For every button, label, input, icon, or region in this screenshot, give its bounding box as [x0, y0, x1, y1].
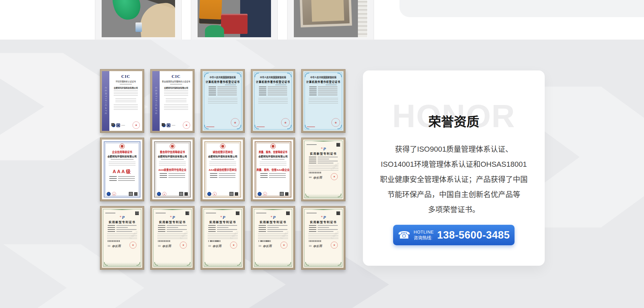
- certificate-contract-trustworthy[interactable]: 重合同守信用等级证书 合肥珂玛环保科技有限公司 AAA级重合同守信用企业 ★: [150, 138, 195, 201]
- certificate-utility-patent[interactable]: ✳P 实用新型专利证书 CNIPA 申长雨 ★: [201, 206, 245, 270]
- red-seal-icon: ★: [280, 242, 287, 249]
- field-row: [259, 95, 287, 95]
- certificate-utility-patent[interactable]: ✳P 实用新型专利证书 CNIPA 申长雨 ★: [301, 206, 345, 270]
- certificate-paper: ✳P 实用新型专利证书 CNIPA 申长雨 ★: [303, 140, 343, 199]
- pit-floor: [311, 0, 344, 22]
- honor-section: CERTIFICATE CIC 环境管理体系认证证书 合肥珂玛环保科技有限公司 …: [0, 40, 644, 308]
- field-row: [259, 87, 287, 87]
- phone-icon: ☎: [398, 230, 410, 240]
- text-lines: [159, 162, 186, 166]
- certificate-paper: 诚信经营示范单位 合肥珂玛环保科技有限公司 AAA级诚信经营示范单位 ★: [203, 140, 243, 199]
- issuer-heading: 中华人民共和国国家版权局: [205, 75, 240, 79]
- certificate-utility-patent[interactable]: ✳P 实用新型专利证书 CNIPA 申长雨 ★: [150, 206, 195, 270]
- field-row: [309, 225, 338, 226]
- text-lines: [109, 162, 136, 166]
- hotline-button[interactable]: ☎ HOTLINE 咨询热线: 138-5600-3485: [393, 225, 515, 245]
- field-row: [309, 157, 338, 157]
- certificate-enterprise-credit[interactable]: 企业信用等级证书 合肥珂玛环保科技有限公司 AAA级 ★: [100, 138, 144, 201]
- qr-code-icon: [184, 192, 188, 196]
- qr-code-icon: [134, 192, 138, 196]
- certificate-title: 重合同守信用等级证书: [160, 150, 185, 154]
- certificate-side-band: CERTIFICATE: [102, 71, 109, 131]
- field-row: [209, 87, 237, 87]
- description-line: 获得了ISO9001质量管理体系认证、: [372, 142, 535, 157]
- certificate-software-copyright[interactable]: 中华人民共和国国家版权局 计算机软件著作权登记证书 ★: [251, 69, 295, 133]
- red-emblem-icon: [220, 144, 225, 149]
- text-lines: [114, 104, 138, 110]
- field-row: [260, 173, 286, 174]
- officer-label-lines: [309, 245, 312, 247]
- qr-code-icon: [280, 192, 284, 196]
- certificate-utility-patent[interactable]: ✳P 实用新型专利证书 CNIPA 申长雨 ★: [100, 206, 144, 270]
- qr-code-icon: [129, 192, 133, 196]
- certificate-title: 企业信用等级证书: [112, 150, 132, 154]
- rating-agency-logo: [107, 192, 111, 196]
- certificate-paper: ✳P 实用新型专利证书 CNIPA 申长雨 ★: [203, 208, 243, 268]
- text-lines: [164, 104, 188, 110]
- green-footer-band: [103, 262, 141, 266]
- company-name: 合肥珂玛环保科技有限公司: [164, 86, 188, 89]
- text-lines: [258, 98, 288, 103]
- text-lines: [164, 90, 188, 96]
- field-row: [160, 175, 185, 176]
- barcode-icon: [108, 240, 120, 242]
- text-lines: [225, 85, 236, 85]
- certificate-ohs-iso[interactable]: CERTIFICATE CIC 职业健康安全管理体系认证证书 合肥珂玛环保科技有…: [150, 69, 195, 133]
- director-signature: 申长雨: [162, 244, 171, 249]
- field-row: [210, 177, 235, 178]
- company-name: 合肥珂玛环保科技有限公司: [258, 155, 288, 158]
- qr-code-icon: [285, 192, 288, 196]
- rating-agency-logo: [258, 192, 262, 196]
- certificate-body: 企业信用等级证书 合肥珂玛环保科技有限公司 AAA级 ★: [106, 144, 138, 196]
- red-seal-icon: ★: [331, 242, 338, 249]
- director-signature: 申长雨: [313, 175, 322, 180]
- text-lines: [258, 234, 288, 239]
- field-row: [309, 227, 338, 228]
- certificate-utility-patent[interactable]: ✳P 实用新型专利证书 CNIPA 申长雨 ★: [301, 138, 345, 201]
- rating-text: AAA级重合同守信用企业: [158, 168, 186, 171]
- field-row: [210, 175, 235, 176]
- certificate-utility-patent[interactable]: ✳P 实用新型专利证书 CNIPA 申长雨 ★: [251, 206, 295, 270]
- field-row: [209, 93, 237, 93]
- certificate-paper: 重合同守信用等级证书 合肥珂玛环保科技有限公司 AAA级重合同守信用企业 ★: [152, 140, 193, 199]
- rating-text: 质量、服务、信誉AAA级企业: [257, 168, 290, 171]
- page: CERTIFICATE CIC 环境管理体系认证证书 合肥珂玛环保科技有限公司 …: [0, 0, 644, 308]
- signature-icon: ~~~: [121, 124, 131, 127]
- cnipa-logo: ✳P: [255, 215, 291, 219]
- certificate-paper: ✳P 实用新型专利证书 CNIPA 申长雨 ★: [152, 208, 193, 268]
- field-row: [309, 159, 338, 159]
- orange-truck: [199, 0, 223, 24]
- field-row: [158, 231, 187, 232]
- field-row: [109, 178, 135, 179]
- certificate-environment-iso[interactable]: CERTIFICATE CIC 环境管理体系认证证书 合肥珂玛环保科技有限公司 …: [100, 69, 144, 133]
- red-seal-icon: ★: [129, 242, 137, 249]
- issuer-heading: 中华人民共和国国家版权局: [256, 75, 290, 79]
- certificate-software-copyright[interactable]: 中华人民共和国国家版权局 计算机软件著作权登记证书 ★: [201, 69, 245, 133]
- certificate-paper: CERTIFICATE CIC 职业健康安全管理体系认证证书 合肥珂玛环保科技有…: [152, 71, 193, 131]
- issuer-heading: 中华人民共和国国家版权局: [306, 75, 341, 79]
- sand-area: [138, 2, 175, 37]
- certificate-integrity-model[interactable]: 诚信经营示范单位 合肥珂玛环保科技有限公司 AAA级诚信经营示范单位 ★: [201, 138, 245, 201]
- field-row: [309, 231, 338, 232]
- equipment-object: [136, 22, 142, 32]
- company-name: 合肥珂玛环保科技有限公司: [107, 155, 137, 158]
- cic-logo: CIC: [172, 74, 181, 79]
- red-seal-icon: ★: [281, 118, 290, 127]
- director-signature: 申长雨: [112, 244, 121, 249]
- text-lines: [161, 159, 183, 160]
- barcode-icon: [158, 240, 170, 242]
- certificate-software-copyright[interactable]: 中华人民共和国国家版权局 计算机软件著作权登记证书 ★: [301, 69, 345, 133]
- certificate-title: 实用新型专利证书: [306, 220, 341, 224]
- director-signature: 申长雨: [212, 244, 222, 249]
- certificate-paper: CERTIFICATE CIC 环境管理体系认证证书 合肥珂玛环保科技有限公司 …: [102, 71, 142, 131]
- red-emblem-icon: [170, 144, 175, 149]
- certificate-number-line: [307, 126, 315, 127]
- certificate-paper: 中华人民共和国国家版权局 计算机软件著作权登记证书 ★: [253, 71, 293, 131]
- field-row: [108, 225, 137, 226]
- cnipa-logo: ✳P: [306, 215, 341, 219]
- text-lines: [275, 85, 286, 85]
- certificate-quality-service[interactable]: 质量、服务、信誉等级证书 合肥珂玛环保科技有限公司 质量、服务、信誉AAA级企业…: [251, 138, 295, 201]
- cnipa-logo: ✳P: [306, 147, 341, 151]
- green-footer-band: [305, 194, 342, 198]
- red-emblem-icon: [119, 144, 125, 149]
